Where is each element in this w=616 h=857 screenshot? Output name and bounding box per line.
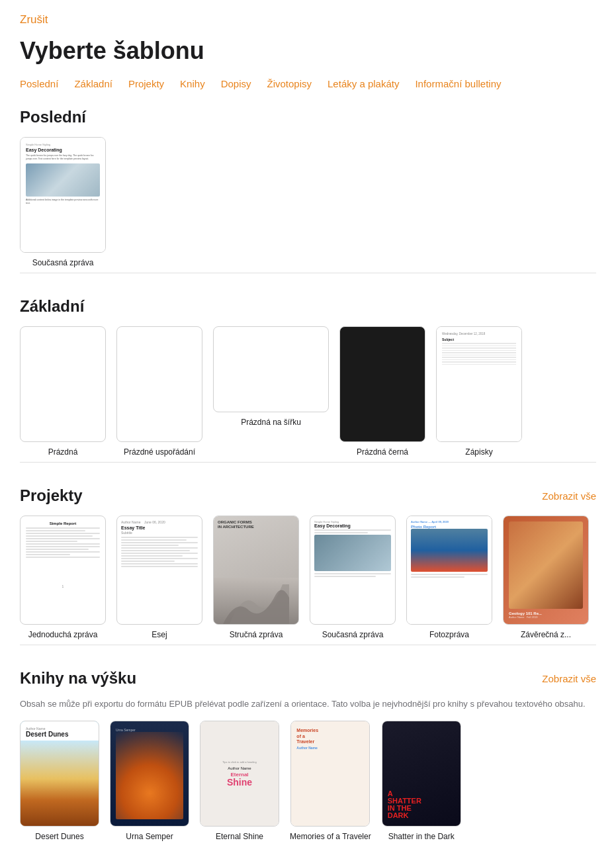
- template-label-book-1: Urna Semper: [126, 832, 173, 841]
- template-basic-black[interactable]: Prázdná černá: [339, 326, 425, 457]
- template-label-book-3: Memories of a Traveler: [290, 832, 371, 841]
- tab-newsletters[interactable]: Informační bulletiny: [415, 78, 501, 89]
- template-project-3[interactable]: Simple Home Styling Easy Decorating Souč…: [310, 516, 396, 639]
- section-basic-header: Základní: [20, 297, 596, 316]
- basic-templates-row: Prázdná Prázdné uspořádání Prázdná na ší…: [20, 326, 596, 457]
- template-label-basic-2: Prázdná na šířku: [241, 418, 301, 427]
- nav-tabs: Poslední Základní Projekty Knihy Dopisy …: [20, 78, 596, 89]
- template-project-2[interactable]: ORGANIC FORMSIN ARCHITECTURE Stručná zpr…: [213, 516, 299, 639]
- template-thumb-blank: [20, 326, 106, 442]
- section-projects-title: Projekty: [20, 486, 83, 505]
- section-recent-header: Poslední: [20, 108, 596, 126]
- template-label-project-4: Fotozpráva: [429, 630, 469, 639]
- template-project-5[interactable]: Geology 101 Re... Author Name Fall 2019 …: [503, 516, 589, 639]
- template-label-project-1: Esej: [152, 630, 167, 639]
- template-label-basic-1: Prázdné uspořádání: [124, 447, 195, 457]
- recent-templates-row: Simple Home Styling Easy Decorating The …: [20, 137, 596, 267]
- template-thumb-book-4: ASHATTERIN THEDARK: [382, 721, 461, 827]
- template-thumb-layout: [116, 326, 202, 442]
- projects-templates-row: Simple Report 1: [20, 516, 596, 639]
- template-thumb-project-1: Author Name June 06, 2020 Essay Title Su…: [116, 516, 202, 625]
- template-thumb-project-3: Simple Home Styling Easy Decorating: [310, 516, 396, 625]
- section-basic: Základní Prázdná Prázdné uspořádání Práz…: [20, 297, 596, 463]
- section-projects-header: Projekty Zobrazit vše: [20, 486, 596, 505]
- template-label-book-2: Eternal Shine: [216, 832, 263, 841]
- template-book-4[interactable]: ASHATTERIN THEDARK Shatter in the Dark: [382, 721, 461, 841]
- section-recent-title: Poslední: [20, 108, 86, 126]
- tab-basic[interactable]: Základní: [74, 78, 112, 89]
- tab-recent[interactable]: Poslední: [20, 78, 58, 89]
- template-project-4[interactable]: Author Name — April 09, 2020 Photo Repor…: [406, 516, 492, 639]
- template-label-project-3: Současná zpráva: [322, 630, 384, 639]
- tab-flyers[interactable]: Letáky a plakáty: [328, 78, 399, 89]
- template-thumb-project-2: ORGANIC FORMSIN ARCHITECTURE: [213, 516, 299, 625]
- books-show-all-button[interactable]: Zobrazit vše: [542, 673, 596, 684]
- template-thumb-project-0: Simple Report 1: [20, 516, 106, 625]
- section-books-header: Knihy na výšku Zobrazit vše: [20, 669, 596, 688]
- template-thumb-project-4: Author Name — April 09, 2020 Photo Repor…: [406, 516, 492, 625]
- template-thumb-book-0: Author Name Desert Dunes: [20, 721, 99, 827]
- template-label-book-4: Shatter in the Dark: [388, 832, 455, 841]
- template-basic-landscape[interactable]: Prázdná na šířku: [213, 326, 329, 457]
- template-label-project-5: Závěrečná z...: [521, 630, 571, 639]
- tab-projects[interactable]: Projekty: [128, 78, 164, 89]
- template-label-basic-0: Prázdná: [48, 447, 78, 457]
- template-label-project-2: Stručná zpráva: [230, 630, 283, 639]
- template-basic-notes[interactable]: Wednesday, December 12, 2018 Subject: [436, 326, 522, 457]
- template-label-project-0: Jednoduchá zpráva: [28, 630, 98, 639]
- template-thumb-book-1: Urna Semper: [110, 721, 189, 827]
- template-basic-layout[interactable]: Prázdné uspořádání: [116, 326, 202, 457]
- section-recent: Poslední Simple Home Styling Easy Decora…: [20, 108, 596, 273]
- tab-letters[interactable]: Dopisy: [221, 78, 251, 89]
- section-books-title: Knihy na výšku: [20, 669, 136, 688]
- template-thumb-notes: Wednesday, December 12, 2018 Subject: [436, 326, 522, 442]
- page-title: Vyberte šablonu: [20, 37, 596, 65]
- template-thumb-book-2: Tips to click to add a heading Author Na…: [200, 721, 279, 827]
- template-thumb-recent: Simple Home Styling Easy Decorating The …: [20, 137, 106, 253]
- template-label-basic-4: Zápisky: [465, 447, 492, 457]
- page-container: Zrušit Vyberte šablonu Poslední Základní…: [0, 0, 616, 857]
- cancel-button[interactable]: Zrušit: [20, 13, 48, 26]
- template-thumb-book-3: Memoriesof aTraveler Author Name: [290, 721, 370, 827]
- template-book-2[interactable]: Tips to click to add a heading Author Na…: [200, 721, 279, 841]
- books-templates-row: Author Name Desert Dunes Desert Dunes Ur…: [20, 721, 596, 841]
- template-label-basic-3: Prázdná černá: [357, 447, 408, 457]
- section-books: Knihy na výšku Zobrazit vše Obsah se můž…: [20, 669, 596, 841]
- template-label-recent-0: Současná zpráva: [32, 258, 94, 267]
- tab-books[interactable]: Knihy: [180, 78, 205, 89]
- template-project-0[interactable]: Simple Report 1: [20, 516, 106, 639]
- tab-resumes[interactable]: Životopisy: [267, 78, 312, 89]
- projects-show-all-button[interactable]: Zobrazit vše: [542, 490, 596, 502]
- template-basic-blank[interactable]: Prázdná: [20, 326, 106, 457]
- template-recent-0[interactable]: Simple Home Styling Easy Decorating The …: [20, 137, 106, 267]
- template-book-1[interactable]: Urna Semper Urna Semper: [110, 721, 189, 841]
- template-thumb-landscape: [213, 326, 329, 412]
- template-book-3[interactable]: Memoriesof aTraveler Author Name Memorie…: [290, 721, 371, 841]
- template-book-0[interactable]: Author Name Desert Dunes Desert Dunes: [20, 721, 99, 841]
- template-thumb-black: [339, 326, 425, 442]
- books-subtitle: Obsah se může při exportu do formátu EPU…: [20, 698, 596, 710]
- template-thumb-project-5: Geology 101 Re... Author Name Fall 2019: [503, 516, 589, 625]
- section-projects: Projekty Zobrazit vše Simple Report: [20, 486, 596, 645]
- template-project-1[interactable]: Author Name June 06, 2020 Essay Title Su…: [116, 516, 202, 639]
- section-basic-title: Základní: [20, 297, 84, 316]
- template-label-book-0: Desert Dunes: [35, 832, 83, 841]
